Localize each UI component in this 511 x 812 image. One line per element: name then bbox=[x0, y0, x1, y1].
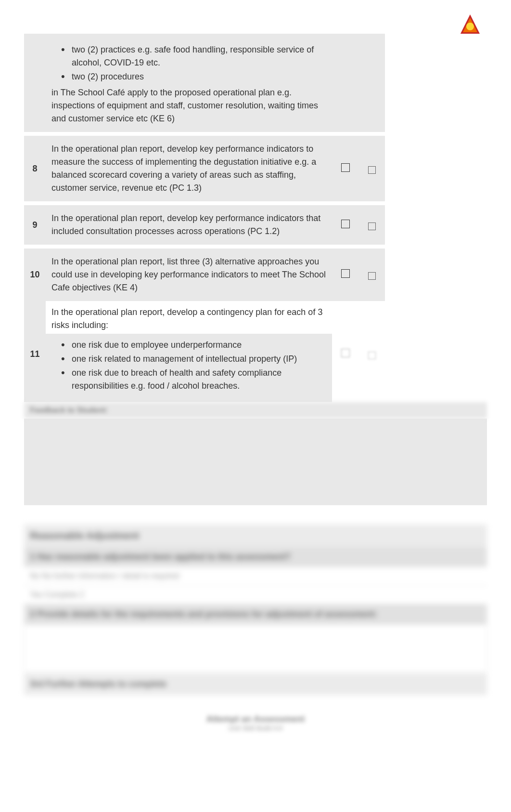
question-2: 2 Provide details for the requirements a… bbox=[24, 604, 487, 624]
check-col-2 bbox=[358, 301, 385, 402]
row-number: 10 bbox=[24, 249, 46, 301]
table-row: 8 In the operational plan report, develo… bbox=[24, 136, 487, 201]
bullet-item: one risk due to breach of health and saf… bbox=[61, 367, 326, 393]
feedback-area-row bbox=[24, 419, 487, 505]
checkbox-icon[interactable] bbox=[341, 220, 350, 228]
check-col-2 bbox=[358, 205, 385, 245]
row-number bbox=[24, 34, 46, 132]
check-col-1 bbox=[332, 205, 358, 245]
checkbox-icon[interactable] bbox=[341, 163, 350, 172]
table-row: 9 In the operational plan report, develo… bbox=[24, 205, 487, 245]
assessment-criteria-table: two (2) practices e.g. safe food handlin… bbox=[24, 34, 487, 505]
check-col-1 bbox=[332, 34, 358, 132]
checkbox-icon[interactable] bbox=[341, 269, 350, 278]
checkbox-icon[interactable] bbox=[368, 223, 376, 230]
check-col-2 bbox=[358, 249, 385, 301]
check-col-1 bbox=[332, 249, 358, 301]
row-number: 8 bbox=[24, 136, 46, 201]
bullet-item: one risk related to management of intell… bbox=[61, 353, 326, 366]
row-description: one risk due to employee underperformanc… bbox=[46, 334, 332, 402]
notes-col bbox=[385, 249, 487, 301]
checkbox-icon[interactable] bbox=[368, 272, 376, 280]
row-description: In the operational plan report, develop … bbox=[46, 301, 332, 334]
check-col-2 bbox=[358, 34, 385, 132]
bullet-item: two (2) procedures bbox=[61, 70, 326, 83]
option-no[interactable]: No No further information / detail is re… bbox=[24, 567, 487, 586]
checkbox-icon[interactable] bbox=[368, 352, 376, 359]
brand-logo-icon bbox=[456, 12, 485, 39]
feedback-label: Feedback to Student: bbox=[24, 402, 487, 419]
table-row: 11 In the operational plan report, devel… bbox=[24, 301, 487, 334]
check-col-2 bbox=[358, 136, 385, 201]
check-col-1 bbox=[332, 136, 358, 201]
bullet-item: two (2) practices e.g. safe food handlin… bbox=[61, 43, 326, 69]
row-description: In the operational plan report, develop … bbox=[46, 136, 332, 201]
feedback-textarea[interactable] bbox=[24, 419, 487, 505]
bullet-item: one risk due to employee underperformanc… bbox=[61, 339, 326, 352]
section-footer: 3rd Further Attempts to complete bbox=[24, 673, 487, 695]
footer-title: Attempt an Assessment bbox=[24, 714, 487, 724]
row-description: In the operational plan report, list thr… bbox=[46, 249, 332, 301]
row-description: In the operational plan report, develop … bbox=[46, 205, 332, 245]
footer-subtitle: Unit Skill Build #:# bbox=[24, 724, 487, 732]
table-row: 10 In the operational plan report, list … bbox=[24, 249, 487, 301]
notes-col bbox=[385, 34, 487, 132]
question-1: 1 Has reasonable adjustment been applied… bbox=[24, 547, 487, 567]
check-col-1 bbox=[332, 301, 358, 402]
notes-col bbox=[385, 301, 487, 402]
row-number: 9 bbox=[24, 205, 46, 245]
row-text: in The School Café apply to the proposed… bbox=[51, 86, 326, 125]
row-description: two (2) practices e.g. safe food handlin… bbox=[46, 34, 332, 132]
section-header: Reasonable Adjustment bbox=[24, 524, 487, 547]
reasonable-adjustment-section: Reasonable Adjustment 1 Has reasonable a… bbox=[24, 524, 487, 695]
row-text-pre: In the operational plan report, develop … bbox=[51, 306, 326, 332]
table-row: two (2) practices e.g. safe food handlin… bbox=[24, 34, 487, 132]
notes-col bbox=[385, 136, 487, 201]
checkbox-icon[interactable] bbox=[341, 349, 350, 357]
checkbox-icon[interactable] bbox=[368, 166, 376, 174]
row-number: 11 bbox=[24, 301, 46, 402]
notes-col bbox=[385, 205, 487, 245]
svg-point-0 bbox=[466, 23, 474, 30]
details-textarea[interactable] bbox=[24, 624, 487, 672]
feedback-header-row: Feedback to Student: bbox=[24, 402, 487, 419]
option-yes[interactable]: Yes Complete 2 bbox=[24, 586, 487, 604]
